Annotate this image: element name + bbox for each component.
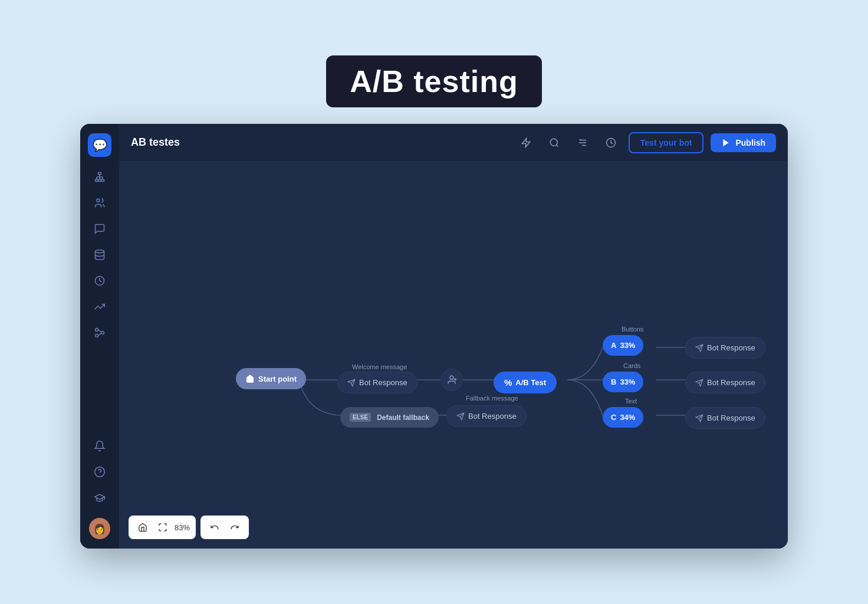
start-point-node[interactable]: Start point [236, 368, 306, 389]
variant-a-letter: A [611, 341, 616, 350]
ab-test-node[interactable]: % A/B Test [494, 372, 557, 393]
test-bot-button[interactable]: Test your bot [629, 132, 704, 153]
bot-response-b-label: Bot Response [707, 378, 755, 387]
bot-response-a-node[interactable]: Bot Response [685, 337, 765, 359]
svg-point-12 [96, 334, 98, 337]
default-fallback-node[interactable]: ELSE Default fallback [340, 407, 439, 428]
fit-screen-button[interactable] [154, 519, 171, 536]
welcome-label: Welcome message [352, 363, 407, 370]
variant-c-percent: 34% [620, 413, 635, 422]
publish-label: Publish [735, 138, 765, 147]
svg-rect-0 [98, 173, 101, 175]
bot-response-fallback-node[interactable]: Bot Response [446, 405, 527, 427]
ab-test-label: A/B Test [515, 378, 546, 387]
sidebar-item-database[interactable] [89, 244, 110, 265]
sidebar-item-analytics[interactable] [89, 296, 110, 317]
bot-response-c-node[interactable]: Bot Response [685, 407, 765, 429]
svg-marker-29 [724, 139, 729, 146]
variant-a-above-label: Buttons [622, 326, 643, 333]
svg-point-17 [95, 467, 105, 477]
sidebar-item-org[interactable] [89, 166, 110, 188]
main-area: AB testes [119, 124, 788, 549]
search-icon-btn[interactable] [544, 132, 565, 153]
variant-c-letter: C [611, 413, 616, 422]
lightning-icon-btn[interactable] [515, 132, 537, 153]
bot-response-b-node[interactable]: Bot Response [685, 372, 765, 393]
bot-response-a-label: Bot Response [707, 343, 755, 352]
header: AB testes [119, 124, 788, 162]
variant-b-letter: B [611, 378, 616, 386]
publish-button[interactable]: Publish [711, 133, 776, 152]
svg-point-9 [97, 199, 100, 202]
else-badge: ELSE [350, 413, 371, 422]
svg-line-16 [98, 333, 101, 336]
sidebar-item-clock[interactable] [89, 270, 110, 291]
start-label: Start point [258, 375, 297, 383]
history-icon-btn[interactable] [600, 132, 622, 153]
header-actions: Test your bot Publish [515, 132, 776, 153]
logo-icon: 💬 [93, 138, 107, 152]
svg-point-20 [550, 139, 557, 146]
variant-b-node[interactable]: B 33% [603, 372, 643, 392]
settings-icon-btn[interactable] [572, 132, 593, 153]
sidebar-item-learn[interactable] [89, 487, 110, 508]
canvas: Start point Welcome message Bot Response [119, 162, 788, 549]
bot-response-1-label: Bot Response [359, 378, 407, 387]
sidebar-item-notifications[interactable] [89, 435, 110, 457]
canvas-toolbar: 83% [129, 516, 249, 539]
svg-point-14 [101, 331, 104, 334]
variant-c-above-label: Text [625, 398, 637, 405]
zoom-controls-group: 83% [129, 516, 196, 539]
variant-b-above-label: Cards [623, 362, 640, 369]
zoom-level: 83% [175, 523, 190, 532]
bot-response-fallback-label: Bot Response [468, 412, 517, 421]
fallback-above-label: Fallback message [466, 395, 518, 402]
variant-b-percent: 33% [620, 378, 635, 386]
svg-point-13 [96, 329, 98, 331]
bot-response-c-label: Bot Response [707, 413, 755, 422]
sidebar-avatar[interactable]: 👩 [89, 518, 110, 539]
redo-button[interactable] [226, 519, 243, 536]
undo-button[interactable] [206, 519, 223, 536]
sidebar-item-chat[interactable] [89, 218, 110, 239]
sidebar-item-users[interactable] [89, 192, 110, 214]
page-title: A/B testing [350, 64, 518, 99]
sidebar: 💬 [80, 124, 119, 549]
svg-line-15 [98, 330, 101, 332]
svg-marker-19 [522, 138, 530, 147]
svg-point-10 [96, 250, 104, 253]
svg-line-21 [556, 145, 558, 146]
app-window: 💬 [80, 124, 788, 549]
connector-node[interactable] [440, 369, 463, 391]
svg-rect-3 [101, 179, 104, 181]
history-controls-group [200, 516, 249, 539]
variant-c-node[interactable]: C 34% [603, 407, 643, 428]
sidebar-item-help[interactable] [89, 461, 110, 482]
variant-a-node[interactable]: A 33% [603, 335, 643, 356]
page-title-container: A/B testing [326, 55, 541, 107]
bot-response-1-node[interactable]: Bot Response [337, 372, 417, 393]
sidebar-item-integrations[interactable] [89, 322, 110, 343]
header-title: AB testes [131, 136, 515, 149]
svg-point-32 [450, 376, 453, 379]
sidebar-logo[interactable]: 💬 [88, 133, 111, 157]
home-view-button[interactable] [134, 519, 151, 536]
variant-a-percent: 33% [620, 341, 635, 350]
fallback-label: Default fallback [377, 413, 429, 422]
